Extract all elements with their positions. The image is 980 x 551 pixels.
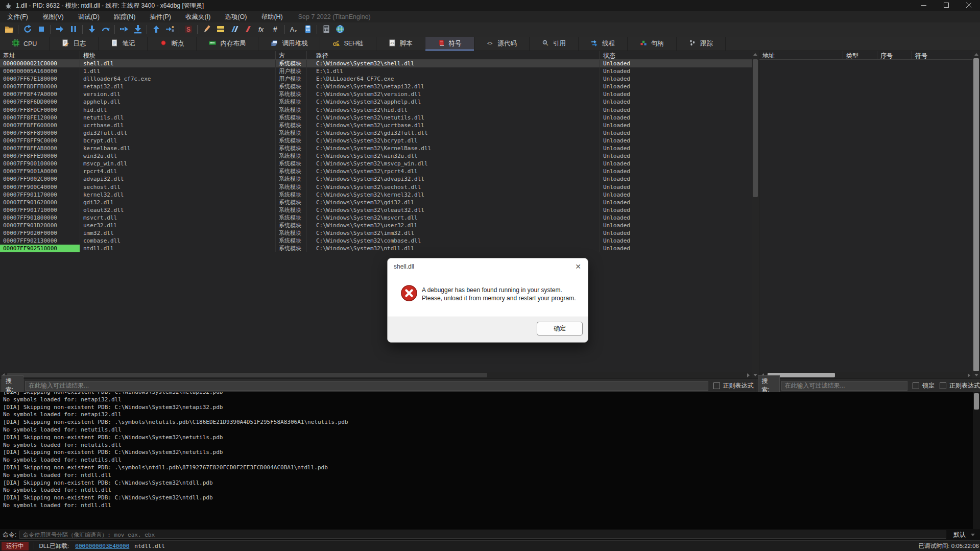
- menu-item[interactable]: 帮助(H): [254, 11, 290, 22]
- module-search-input[interactable]: [25, 381, 708, 391]
- tab-trace[interactable]: 跟踪: [677, 37, 726, 51]
- tab-source[interactable]: <>源代码: [474, 37, 530, 51]
- menu-item[interactable]: 插件(P): [142, 11, 178, 22]
- label-button[interactable]: [227, 23, 241, 36]
- animate-over-button[interactable]: [117, 23, 131, 36]
- symbol-lock-option[interactable]: 锁定: [913, 381, 935, 390]
- tab-notes[interactable]: 笔记: [99, 37, 148, 51]
- column-header[interactable]: 路径: [307, 51, 600, 59]
- world-button[interactable]: [333, 23, 347, 36]
- vscroll-thumb[interactable]: [974, 393, 979, 410]
- table-row[interactable]: 00007FF9020F0000imm32.dll系统模块C:\Windows\…: [0, 229, 752, 237]
- tab-references[interactable]: 引用: [530, 37, 579, 51]
- vscroll-thumb[interactable]: [973, 58, 979, 371]
- table-row[interactable]: 00007FF8F47A0000version.dll系统模块C:\Window…: [0, 90, 752, 98]
- maximize-button[interactable]: [935, 0, 958, 11]
- column-header[interactable]: 类型: [843, 51, 877, 59]
- table-row[interactable]: 00007FF901800000msvcrt.dll系统模块C:\Windows…: [0, 214, 752, 222]
- regex-checkbox[interactable]: [940, 382, 946, 389]
- column-header[interactable]: 方: [276, 51, 307, 59]
- symbols-hscrollbar[interactable]: [759, 372, 972, 378]
- tab-log[interactable]: 日志: [50, 37, 99, 51]
- column-header[interactable]: 符号: [912, 51, 972, 59]
- font-button[interactable]: Az: [287, 23, 301, 36]
- bookmark-button[interactable]: [241, 23, 255, 36]
- menu-item[interactable]: 视图(V): [35, 11, 71, 22]
- calculator-blue-button[interactable]: [301, 23, 315, 36]
- table-row[interactable]: 000000005A1600001.dll用户模块E:\1.dllUnloade…: [0, 67, 752, 75]
- function-button[interactable]: fx: [255, 23, 269, 36]
- run-button[interactable]: [53, 23, 66, 36]
- tab-symbols[interactable]: 符号: [425, 37, 474, 51]
- comment-button[interactable]: [213, 23, 227, 36]
- table-row[interactable]: 00007FF8F6DD0000apphelp.dll系统模块C:\Window…: [0, 98, 752, 106]
- patch-button[interactable]: [200, 23, 213, 36]
- scroll-up-arrow[interactable]: [972, 51, 980, 58]
- scroll-right-arrow[interactable]: [966, 372, 972, 378]
- vscroll-thumb[interactable]: [753, 59, 758, 197]
- menu-item[interactable]: 文件(F): [0, 11, 35, 22]
- menu-item[interactable]: 跟踪(N): [107, 11, 142, 22]
- step-out-button[interactable]: [131, 23, 145, 36]
- scroll-down-arrow[interactable]: [972, 372, 980, 378]
- modules-hscrollbar[interactable]: [0, 372, 752, 378]
- table-row[interactable]: 00007FF9001A0000rpcrt4.dll系统模块C:\Windows…: [0, 167, 752, 175]
- stop-button[interactable]: [34, 23, 48, 36]
- table-row[interactable]: 00007FF8FFE90000win32u.dll系统模块C:\Windows…: [0, 152, 752, 160]
- table-row[interactable]: 00007FF901D20000user32.dll系统模块C:\Windows…: [0, 222, 752, 229]
- table-row[interactable]: 00007FF8DFFB0000netapi32.dll系统模块C:\Windo…: [0, 83, 752, 90]
- tab-cpu[interactable]: CPU: [0, 37, 50, 51]
- tab-script[interactable]: <>脚本: [376, 37, 425, 51]
- ok-button[interactable]: 确定: [537, 322, 583, 336]
- close-button[interactable]: [958, 0, 980, 11]
- modules-vscrollbar[interactable]: [752, 51, 759, 378]
- module-regex-option[interactable]: 正则表达式: [713, 381, 754, 390]
- column-header[interactable]: 模块: [80, 51, 276, 59]
- command-input[interactable]: [19, 531, 946, 539]
- run-to-user-code-button[interactable]: [163, 23, 177, 36]
- hash-button[interactable]: #: [269, 23, 282, 36]
- command-profile-dropdown[interactable]: 默认: [946, 531, 980, 539]
- minimize-button[interactable]: [913, 0, 935, 11]
- symbol-search-input[interactable]: [781, 381, 907, 391]
- table-row[interactable]: 00007FF67E180000dllloader64_cf7c.exe用户模块…: [0, 75, 752, 83]
- table-row[interactable]: 00007FF901620000gdi32.dll系统模块C:\Windows\…: [0, 199, 752, 206]
- dialog-close-icon[interactable]: ✕: [575, 263, 581, 270]
- table-row[interactable]: 00007FF8FF890000gdi32full.dll系统模块C:\Wind…: [0, 129, 752, 137]
- table-row[interactable]: 00007FF901710000oleaut32.dll系统模块C:\Windo…: [0, 206, 752, 214]
- scroll-up-arrow[interactable]: [752, 51, 759, 58]
- restart-button[interactable]: [20, 23, 34, 36]
- tab-seh[interactable]: SEH链: [320, 37, 376, 51]
- log-vscrollbar[interactable]: [973, 392, 980, 529]
- scroll-right-arrow[interactable]: [745, 372, 752, 378]
- tab-call-stack[interactable]: 调用堆栈: [258, 37, 320, 51]
- table-row[interactable]: 00007FF9002C0000advapi32.dll系统模块C:\Windo…: [0, 175, 752, 183]
- table-row[interactable]: 00007FF900100000msvcp_win.dll系统模块C:\Wind…: [0, 160, 752, 167]
- execute-till-return-button[interactable]: [149, 23, 163, 36]
- symbols-vscrollbar[interactable]: [972, 51, 980, 378]
- pause-button[interactable]: [66, 23, 80, 36]
- event-address-link[interactable]: 0000000003E40000: [75, 543, 129, 549]
- hscroll-thumb[interactable]: [7, 373, 487, 377]
- table-row[interactable]: 00007FF8FDCF0000hid.dll系统模块C:\Windows\Sy…: [0, 106, 752, 114]
- table-row[interactable]: 00007FF8FF9C0000bcrypt.dll系统模块C:\Windows…: [0, 137, 752, 145]
- table-row[interactable]: 00007FF8FF600000ucrtbase.dll系统模块C:\Windo…: [0, 122, 752, 129]
- tab-threads[interactable]: 线程: [579, 37, 628, 51]
- column-header[interactable]: 地址: [759, 51, 843, 59]
- column-header[interactable]: 序号: [877, 51, 912, 59]
- table-row[interactable]: 00007FF900C40000sechost.dll系统模块C:\Window…: [0, 183, 752, 191]
- table-row[interactable]: 00007FF901170000kernel32.dll系统模块C:\Windo…: [0, 191, 752, 199]
- menu-item[interactable]: 收藏夹(I): [178, 11, 218, 22]
- open-folder-button[interactable]: [2, 23, 16, 36]
- tab-memory-map[interactable]: 内存布局: [197, 37, 258, 51]
- table-row[interactable]: 00007FF902130000combase.dll系统模块C:\Window…: [0, 237, 752, 245]
- column-header[interactable]: 基址: [0, 51, 80, 59]
- table-row[interactable]: 00007FF8FE120000netutils.dll系统模块C:\Windo…: [0, 114, 752, 122]
- tab-handles[interactable]: 句柄: [628, 37, 677, 51]
- table-row[interactable]: 00000000021C0000shell.dll系统模块C:\Windows\…: [0, 60, 752, 67]
- regex-checkbox[interactable]: [713, 382, 720, 389]
- column-header[interactable]: 状态: [600, 51, 752, 59]
- calculator-button[interactable]: [319, 23, 333, 36]
- step-into-button[interactable]: [85, 23, 99, 36]
- menu-item[interactable]: 调试(D): [71, 11, 107, 22]
